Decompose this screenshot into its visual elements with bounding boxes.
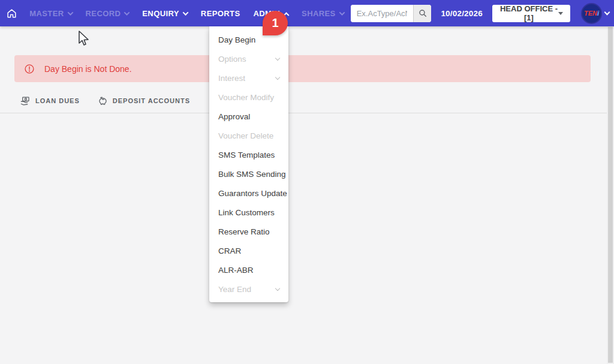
tab-deposit-accounts[interactable]: DEPOSIT ACCOUNTS — [97, 95, 190, 107]
annotation-badge-number: 1 — [272, 16, 278, 30]
dashboard-tabs: LOAN DUES DEPOSIT ACCOUNTS BI — [0, 89, 608, 113]
tab-loan-dues[interactable]: LOAN DUES — [20, 95, 80, 107]
chevron-down-icon — [339, 10, 345, 16]
nav-item-reports[interactable]: REPORTS — [194, 0, 247, 26]
menu-item-label: SMS Templates — [218, 151, 275, 160]
menu-item-label: CRAR — [218, 246, 241, 255]
home-button[interactable] — [0, 0, 23, 26]
menu-item-label: Year End — [218, 285, 251, 294]
menu-item-reserve-ratio[interactable]: Reserve Ratio — [209, 222, 288, 241]
chevron-down-icon — [604, 10, 610, 16]
menu-item-link-customers[interactable]: Link Customers — [209, 203, 288, 222]
day-begin-alert: Day Begin is Not Done. — [14, 55, 591, 82]
menu-item-approval[interactable]: Approval — [209, 107, 288, 126]
nav-item-label: MASTER — [29, 9, 64, 18]
menu-item-voucher-modify[interactable]: Voucher Modify — [209, 88, 288, 107]
nav-item-label: ENQUIRY — [142, 9, 179, 18]
tab-label: DEPOSIT ACCOUNTS — [113, 97, 190, 104]
annotation-badge-1: 1 — [263, 11, 288, 35]
tab-label: LOAN DUES — [35, 97, 80, 104]
cash-hand-icon — [20, 95, 31, 107]
brand-logo-text: i — [597, 10, 599, 17]
chevron-down-icon — [124, 10, 130, 16]
chevron-down-icon — [182, 10, 188, 16]
nav-item-shares[interactable]: SHARES — [295, 0, 351, 26]
chevron-down-icon — [67, 10, 73, 16]
vertical-scrollbar-thumb[interactable] — [608, 27, 613, 363]
branch-selector-value: HEAD OFFICE -[1] — [499, 4, 558, 22]
alert-message: Day Begin is Not Done. — [44, 64, 132, 74]
account-search — [351, 5, 432, 22]
main-content: Day Begin is Not Done. LOAN DUES DEPOSIT… — [0, 26, 608, 113]
menu-item-sms-templates[interactable]: SMS Templates — [209, 145, 288, 164]
chevron-down-icon — [275, 74, 280, 79]
menu-item-guarantors-update[interactable]: Guarantors Update — [209, 183, 288, 203]
menu-item-voucher-delete[interactable]: Voucher Delete — [209, 126, 288, 145]
search-icon — [418, 8, 428, 18]
menu-item-interest[interactable]: Interest — [209, 68, 288, 88]
menu-item-bulk-sms-sending[interactable]: Bulk SMS Sending — [209, 164, 288, 183]
nav-item-record[interactable]: RECORD — [79, 0, 136, 26]
current-date: 10/02/2026 — [441, 9, 483, 18]
top-navbar: MASTER RECORD ENQUIRY REPORTS ADMIN SHAR… — [0, 0, 614, 26]
menu-item-label: Day Begin — [218, 35, 255, 44]
menu-item-label: Interest — [218, 74, 245, 83]
menu-item-label: Voucher Delete — [218, 131, 273, 140]
menu-item-label: Voucher Modify — [218, 93, 274, 102]
chevron-down-icon — [275, 55, 280, 60]
vertical-scrollbar-track[interactable] — [607, 26, 614, 364]
branch-selector[interactable]: HEAD OFFICE -[1] — [492, 5, 570, 22]
piggy-bank-icon — [97, 95, 109, 107]
menu-item-label: Link Customers — [218, 208, 275, 217]
menu-item-label: Guarantors Update — [218, 189, 287, 198]
menu-item-label: Reserve Ratio — [218, 227, 270, 236]
menu-item-label: Options — [218, 55, 246, 64]
nav-item-enquiry[interactable]: ENQUIRY — [136, 0, 194, 26]
app-logo-menu[interactable]: TEN i — [581, 3, 609, 24]
nav-item-label: SHARES — [302, 9, 336, 18]
menu-item-alr-abr[interactable]: ALR-ABR — [209, 260, 288, 279]
search-input[interactable] — [351, 5, 414, 22]
chevron-down-icon — [275, 285, 280, 290]
search-button[interactable] — [413, 5, 431, 22]
menu-item-crar[interactable]: CRAR — [209, 241, 288, 260]
menu-item-label: Approval — [218, 112, 250, 121]
nav-item-master[interactable]: MASTER — [23, 0, 79, 26]
menu-item-label: Bulk SMS Sending — [218, 170, 286, 179]
menu-item-year-end[interactable]: Year End — [209, 279, 288, 299]
admin-dropdown-menu: Day Begin Options Interest Voucher Modif… — [209, 26, 288, 302]
nav-item-label: REPORTS — [201, 9, 240, 18]
menu-item-label: ALR-ABR — [218, 266, 254, 275]
error-circle-icon — [24, 64, 35, 74]
brand-logo-text: TEN — [584, 10, 597, 17]
nav-item-label: RECORD — [86, 9, 121, 18]
brand-logo: TEN i — [581, 3, 602, 24]
menu-item-options[interactable]: Options — [209, 49, 288, 68]
caret-down-icon — [558, 12, 563, 15]
home-icon — [6, 8, 17, 19]
